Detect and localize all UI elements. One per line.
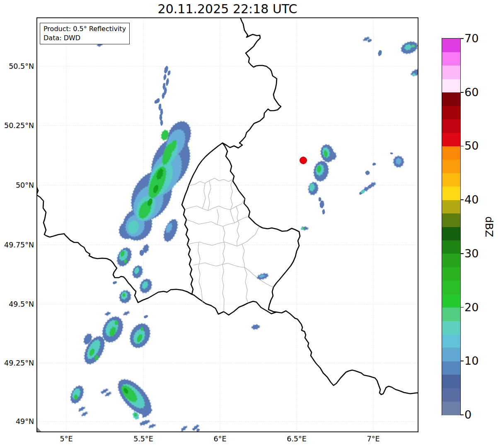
radar-echo [155, 100, 157, 104]
colorbar-band [442, 240, 460, 254]
colorbar-tick-mark [461, 361, 464, 361]
colorbar-tick-mark [461, 38, 464, 39]
lon-tick-label: 5°E [48, 434, 85, 443]
colorbar-tick-mark [461, 146, 464, 147]
radar-echo [390, 153, 393, 154]
colorbar-band [442, 294, 460, 308]
lat-tick-label: 49.5°N [0, 300, 34, 309]
radar-station-marker [300, 157, 307, 164]
lon-tick-label: 5.5°E [125, 434, 162, 443]
colorbar-axis-label: dBZ [482, 216, 496, 237]
colorbar-tick-label: 40 [464, 193, 489, 206]
lat-tick-label: 49.25°N [0, 358, 34, 368]
radar-echo [141, 327, 143, 331]
colorbar-band [442, 402, 460, 415]
colorbar-tick-label: 60 [464, 86, 489, 99]
colorbar-band [442, 254, 460, 267]
colorbar-band [442, 375, 460, 388]
colorbar-band [442, 65, 460, 79]
colorbar-tick-label: 20 [464, 301, 489, 314]
colorbar [442, 38, 461, 415]
colorbar-band [442, 119, 460, 133]
colorbar-tick-label: 10 [464, 354, 489, 368]
colorbar-tick-label: 0 [464, 408, 489, 421]
lat-tick-label: 49.75°N [0, 240, 34, 249]
colorbar-tick-label: 30 [464, 247, 489, 260]
colorbar-band [442, 79, 460, 92]
colorbar-band [442, 133, 460, 146]
product-label: Product: 0.5° Reflectivity [44, 24, 126, 34]
data-source-label: Data: DWD [44, 34, 126, 43]
colorbar-tick-label: 70 [464, 32, 489, 45]
page-title: 20.11.2025 22:18 UTC [36, 2, 418, 17]
lat-tick-label: 49°N [0, 417, 34, 426]
radar-echo [160, 120, 163, 126]
colorbar-band [442, 361, 460, 375]
radar-echo [123, 293, 125, 297]
radar-echo [140, 250, 144, 256]
radar-echo [396, 158, 401, 164]
radar-map [36, 17, 418, 432]
radar-echo [134, 413, 137, 417]
radar-echo [74, 395, 77, 400]
colorbar-band [442, 321, 460, 334]
colorbar-band [442, 160, 460, 173]
colorbar-tick-mark [461, 253, 464, 254]
radar-echo [330, 152, 336, 160]
colorbar-band [442, 281, 460, 294]
radar-echo [115, 321, 118, 325]
radar-echo [322, 209, 325, 214]
colorbar-band [442, 39, 460, 52]
radar-echo [319, 197, 321, 201]
lon-tick-label: 7°E [355, 434, 392, 443]
lat-tick-label: 50°N [0, 181, 34, 190]
radar-echo [303, 228, 305, 229]
product-annotation-box: Product: 0.5° Reflectivity Data: DWD [40, 23, 130, 44]
colorbar-band [442, 267, 460, 281]
colorbar-band [442, 186, 460, 200]
colorbar-band [442, 106, 460, 119]
colorbar-tick-mark [461, 199, 464, 200]
colorbar-band [442, 52, 460, 65]
colorbar-band [442, 146, 460, 160]
colorbar-tick-mark [461, 92, 464, 93]
colorbar-tick-mark [461, 414, 464, 415]
lat-tick-label: 50.5°N [0, 62, 34, 71]
colorbar-tick-mark [461, 307, 464, 308]
radar-echo [365, 171, 370, 175]
colorbar-band [442, 388, 460, 402]
colorbar-band [442, 173, 460, 186]
colorbar-band [442, 200, 460, 213]
colorbar-band [442, 92, 460, 106]
radar-echo [412, 73, 416, 76]
radar-echo [411, 45, 415, 47]
colorbar-tick-label: 50 [464, 139, 489, 153]
colorbar-band [442, 213, 460, 227]
colorbar-band [442, 334, 460, 348]
lon-tick-label: 6°E [201, 434, 239, 443]
colorbar-band [442, 308, 460, 321]
lon-tick-label: 6.5°E [278, 434, 315, 443]
radar-station-marker-layer [300, 157, 307, 164]
radar-app-window: 20.11.2025 22:18 UTC [0, 0, 498, 448]
lat-tick-label: 50.25°N [0, 121, 34, 130]
colorbar-band [442, 227, 460, 240]
colorbar-band [442, 348, 460, 361]
